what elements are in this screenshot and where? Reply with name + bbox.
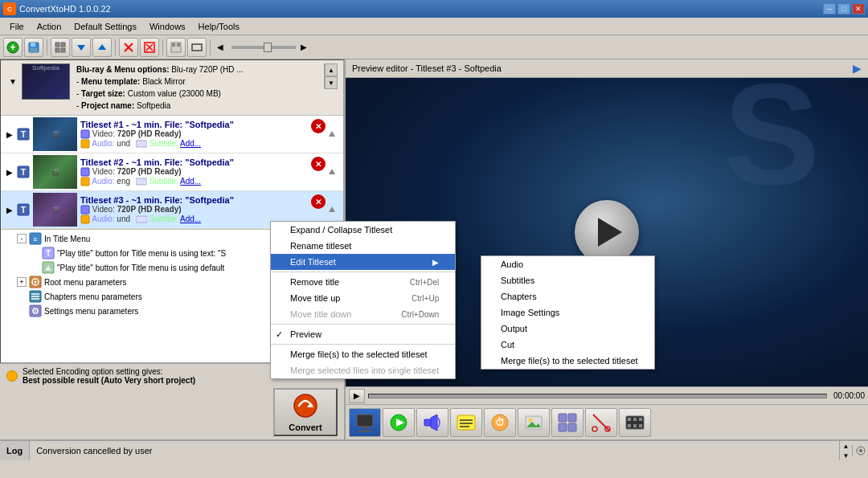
ctx-sub-chapters[interactable]: Chapters bbox=[481, 288, 654, 304]
down-button[interactable] bbox=[72, 38, 91, 57]
prev-btn-subtitles[interactable] bbox=[450, 408, 482, 437]
ts3-info: Titleset #3 - ~1 min. File: "Softpedia" … bbox=[80, 195, 326, 225]
progress-bar[interactable] bbox=[368, 394, 827, 398]
prev-btn-image[interactable] bbox=[518, 408, 550, 437]
play-control[interactable]: ▶ bbox=[349, 389, 365, 403]
ts3-expand[interactable]: ▶ bbox=[4, 204, 15, 215]
minimize-button[interactable]: ─ bbox=[823, 3, 836, 14]
project-info: Blu-ray & Menu options: Blu-ray 720P (HD… bbox=[76, 63, 317, 112]
prev-btn-grid[interactable] bbox=[551, 408, 583, 437]
preview-nav-arrow[interactable]: ▶ bbox=[853, 62, 862, 75]
ctx-expand-collapse[interactable]: Expand / Collapse Titleset bbox=[271, 222, 455, 238]
ctx-sub-output[interactable]: Output bbox=[481, 321, 654, 337]
restore-button[interactable]: □ bbox=[837, 3, 850, 14]
ctx-sep-2 bbox=[271, 324, 455, 325]
titleset-row-1[interactable]: ▶ T 🎬 Titleset #1 - ~1 min. File: "Softp… bbox=[1, 116, 343, 153]
ctx-sep-3 bbox=[271, 344, 455, 345]
ctx-preview[interactable]: ✓ Preview bbox=[271, 326, 455, 342]
play-button[interactable] bbox=[575, 200, 639, 264]
svg-rect-28 bbox=[81, 168, 89, 176]
prev-btn-chapters[interactable]: ⏱ bbox=[484, 408, 516, 437]
proj-expand[interactable]: ▼ bbox=[7, 76, 18, 88]
menu-default-settings[interactable]: Default Settings bbox=[68, 20, 143, 33]
delete-button[interactable] bbox=[140, 38, 159, 57]
svg-rect-4 bbox=[30, 48, 38, 52]
prev-btn-play[interactable] bbox=[383, 408, 415, 437]
log-scroll-down[interactable]: ▼ bbox=[840, 451, 852, 460]
ctx-sub-subtitles[interactable]: Subtitles bbox=[481, 272, 654, 288]
zoom-slider[interactable] bbox=[231, 46, 296, 49]
prev-btn-audio[interactable] bbox=[416, 408, 448, 437]
ctx-sub-merge[interactable]: Merge file(s) to the selected titleset bbox=[481, 353, 654, 369]
ctx-sub-audio[interactable]: Audio bbox=[481, 256, 654, 272]
svg-point-46 bbox=[35, 281, 37, 284]
ts1-delete[interactable]: ✕ bbox=[311, 119, 326, 133]
log-scroll-up[interactable]: ▲ bbox=[840, 441, 852, 451]
grid-button[interactable] bbox=[51, 38, 70, 57]
ctx-remove-title[interactable]: Remove title Ctrl+Del bbox=[271, 274, 455, 290]
scroll-up[interactable]: ▲ bbox=[325, 63, 338, 76]
prev-btn-video[interactable] bbox=[349, 408, 381, 437]
ctx-shortcut-remove: Ctrl+Del bbox=[410, 278, 439, 287]
app-icon: C bbox=[3, 2, 16, 15]
slider-label-right: ▶ bbox=[297, 43, 310, 51]
ctx-sub-cut[interactable]: Cut bbox=[481, 337, 654, 353]
svg-rect-83 bbox=[628, 424, 631, 427]
preview-header: Preview editor - Titleset #3 - Softpedia… bbox=[346, 59, 868, 78]
tree-expand-0[interactable]: - bbox=[17, 234, 27, 243]
time-display: 00:00:00 bbox=[833, 391, 865, 400]
ts3-delete[interactable]: ✕ bbox=[311, 194, 326, 209]
svg-rect-72 bbox=[559, 414, 567, 422]
menu-windows[interactable]: Windows bbox=[143, 20, 192, 33]
log-settings[interactable] bbox=[852, 445, 868, 456]
chapters-icon-4 bbox=[29, 290, 42, 303]
save-button[interactable] bbox=[24, 38, 43, 57]
ctx-move-up[interactable]: Move title up Ctrl+Up bbox=[271, 290, 455, 306]
ctx-edit-titleset[interactable]: Edit Titleset ▶ bbox=[271, 254, 455, 270]
ts1-expand[interactable]: ▶ bbox=[4, 129, 15, 140]
ts3-icon: T bbox=[17, 203, 30, 216]
tree-expand-3[interactable]: + bbox=[17, 277, 27, 287]
log-scroll[interactable]: ▲ ▼ bbox=[839, 441, 852, 460]
ctx-sep-1 bbox=[271, 272, 455, 272]
prev-btn-tb[interactable] bbox=[166, 38, 186, 57]
menu-help-tools[interactable]: Help/Tools bbox=[192, 20, 246, 33]
svg-rect-58 bbox=[358, 431, 371, 432]
ts2-expand[interactable]: ▶ bbox=[4, 166, 15, 178]
convert-icon bbox=[293, 393, 318, 423]
svg-rect-80 bbox=[628, 418, 631, 421]
ts1-scroll bbox=[326, 128, 338, 141]
ctx-sub-image-settings[interactable]: Image Settings bbox=[481, 304, 654, 321]
playback-bar: ▶ 00:00:00 bbox=[346, 386, 868, 404]
convert-button[interactable]: Convert bbox=[273, 388, 338, 436]
prev-btn-cut[interactable] bbox=[585, 408, 617, 437]
ctx-merge-single[interactable]: Merge selected files into single titlese… bbox=[271, 362, 455, 378]
ts2-delete[interactable]: ✕ bbox=[311, 157, 326, 171]
up-button[interactable] bbox=[92, 38, 112, 57]
close-button[interactable]: ✕ bbox=[852, 3, 865, 14]
menu-file[interactable]: File bbox=[3, 20, 31, 33]
titleset-row-2[interactable]: ▶ T 🎬 Titleset #2 - ~1 min. File: "Softp… bbox=[1, 153, 343, 191]
submenu-arrow: ▶ bbox=[432, 258, 439, 267]
tree-label-1: "Play title" button for Title menu is us… bbox=[57, 249, 226, 258]
svg-rect-73 bbox=[568, 414, 576, 422]
svg-rect-30 bbox=[136, 178, 147, 185]
svg-rect-24 bbox=[136, 141, 147, 147]
ctx-merge-files[interactable]: Merge file(s) to the selected titleset bbox=[271, 346, 455, 362]
aspect-button[interactable] bbox=[187, 38, 207, 57]
svg-text:+: + bbox=[10, 42, 15, 53]
prev-btn-film[interactable] bbox=[619, 408, 651, 437]
tree-label-4: Chapters menu parameters bbox=[44, 292, 142, 301]
ctx-rename[interactable]: Rename titleset bbox=[271, 238, 455, 254]
svg-rect-19 bbox=[192, 44, 202, 51]
text-icon-1: T bbox=[42, 247, 55, 259]
remove-button[interactable] bbox=[119, 38, 138, 57]
ctx-move-down[interactable]: Move title down Ctrl+Down bbox=[271, 306, 455, 322]
menu-action[interactable]: Action bbox=[31, 20, 68, 33]
menu-icon-0: ≡ bbox=[29, 232, 42, 245]
menu-bar: File Action Default Settings Windows Hel… bbox=[0, 18, 868, 35]
add-button[interactable]: + bbox=[3, 38, 23, 57]
gear-icon-5 bbox=[29, 304, 42, 317]
scroll-down[interactable]: ▼ bbox=[325, 76, 338, 89]
svg-point-54 bbox=[294, 394, 317, 417]
